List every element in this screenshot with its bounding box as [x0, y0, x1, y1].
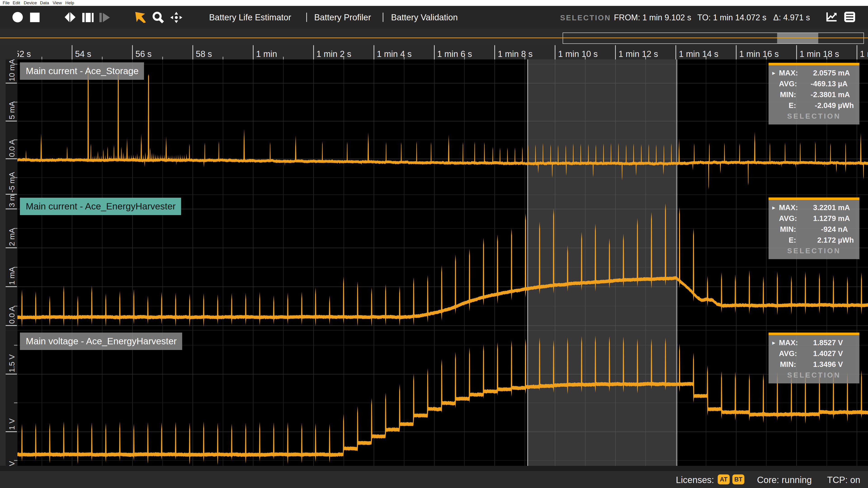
svg-text:2 mA: 2 mA [7, 228, 16, 246]
svg-text:1.5 V: 1.5 V [7, 354, 16, 372]
svg-text:1 min 8 s: 1 min 8 s [498, 49, 532, 59]
svg-text:58 s: 58 s [196, 49, 212, 59]
svg-text:-5 mA: -5 mA [7, 172, 16, 193]
svg-text:1 min 16 s: 1 min 16 s [739, 49, 779, 59]
svg-text:1 min 10 s: 1 min 10 s [558, 49, 598, 59]
svg-text:1 min 2 s: 1 min 2 s [316, 49, 351, 59]
svg-text:1 mA: 1 mA [7, 267, 16, 285]
svg-text:10 mA: 10 mA [7, 59, 16, 81]
svg-text:1 min 20 s: 1 min 20 s [860, 49, 868, 59]
svg-text:54 s: 54 s [75, 49, 91, 59]
svg-text:1 min: 1 min [256, 49, 277, 59]
svg-text:1 min 18 s: 1 min 18 s [800, 49, 839, 59]
svg-text:1 min 4 s: 1 min 4 s [377, 49, 412, 59]
svg-text:56 s: 56 s [135, 49, 152, 59]
svg-text:0.0 A: 0.0 A [7, 306, 16, 324]
svg-text:1 min 6 s: 1 min 6 s [437, 49, 472, 59]
svg-text:1 min 14 s: 1 min 14 s [679, 49, 718, 59]
svg-text:500 mV: 500 mV [7, 461, 16, 466]
svg-text:0.0 A: 0.0 A [7, 139, 16, 157]
svg-text:5 mA: 5 mA [7, 101, 16, 119]
svg-text:1 min 12 s: 1 min 12 s [618, 49, 658, 59]
svg-text:1 V: 1 V [7, 418, 16, 430]
